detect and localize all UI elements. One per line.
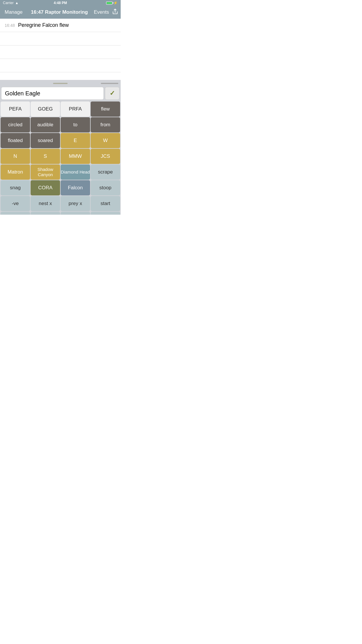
- nav-title: 16:47 Raptor Monitoring: [31, 9, 88, 15]
- log-entry-1: 16:48 Peregrine Falcon flew: [0, 19, 121, 32]
- nav-bar: Manage 16:47 Raptor Monitoring Events: [0, 6, 121, 19]
- key-mmw[interactable]: MMW: [61, 149, 90, 164]
- carrier-label: Carrier: [3, 1, 14, 5]
- status-time: 4:48 PM: [54, 1, 67, 5]
- key-start[interactable]: start: [91, 196, 120, 211]
- share-button[interactable]: [112, 8, 118, 16]
- key-flew[interactable]: flew: [91, 102, 120, 117]
- key-diamond-head[interactable]: Diamond Head: [61, 164, 90, 180]
- drag-handle: [53, 83, 68, 84]
- status-left: Carrier ▲︎: [3, 1, 19, 5]
- key-jcs[interactable]: JCS: [91, 149, 120, 164]
- blank-line-1: [0, 32, 121, 46]
- key-prey-x[interactable]: prey x: [61, 196, 90, 211]
- key-falcon[interactable]: Falcon: [61, 180, 90, 195]
- key-snag[interactable]: snag: [1, 180, 30, 195]
- key-scrape[interactable]: scrape: [91, 164, 120, 180]
- key-soared[interactable]: soared: [31, 133, 60, 148]
- input-row: ✓: [0, 87, 121, 102]
- key-e[interactable]: E: [61, 133, 90, 148]
- key-circled[interactable]: circled: [1, 117, 30, 132]
- key-empty-1: [61, 212, 90, 215]
- key-pefa[interactable]: PEFA: [1, 102, 30, 117]
- nav-right: Events: [94, 8, 118, 16]
- log-time-1: 16:48: [5, 23, 16, 28]
- key-from[interactable]: from: [91, 117, 120, 132]
- key-empty-2: [91, 212, 120, 215]
- blank-line-2: [0, 46, 121, 59]
- keyboard-panel: ✓ PEFA GOEG PRFA flew circled audible to…: [0, 80, 121, 215]
- events-button[interactable]: Events: [94, 9, 109, 15]
- battery-fill: [107, 2, 112, 4]
- key-n[interactable]: N: [1, 149, 30, 164]
- log-text-1: Peregrine Falcon flew: [18, 22, 69, 28]
- battery-icon: [106, 1, 113, 5]
- confirm-button[interactable]: ✓: [105, 87, 120, 100]
- key-tuvu[interactable]: TUVU: [31, 212, 60, 215]
- text-input[interactable]: [1, 87, 104, 100]
- key-floated[interactable]: floated: [1, 133, 30, 148]
- key-stoop[interactable]: stoop: [91, 180, 120, 195]
- wifi-icon: ▲︎: [15, 1, 19, 5]
- key-grid: PEFA GOEG PRFA flew circled audible to f…: [0, 102, 121, 215]
- key-cora[interactable]: CORA: [31, 180, 60, 195]
- key-prfa[interactable]: PRFA: [61, 102, 90, 117]
- blank-line-4: [0, 72, 121, 80]
- key-w[interactable]: W: [91, 133, 120, 148]
- key-audible[interactable]: audible: [31, 117, 60, 132]
- key-goeg[interactable]: GOEG: [31, 102, 60, 117]
- key-negative[interactable]: -ve: [1, 196, 30, 211]
- manage-button[interactable]: Manage: [2, 7, 25, 18]
- status-right: ⚡: [106, 1, 118, 5]
- bolt-icon: ⚡: [113, 1, 118, 5]
- key-end[interactable]: end: [1, 212, 30, 215]
- drag-handle-area: [0, 80, 121, 87]
- status-bar: Carrier ▲︎ 4:48 PM ⚡: [0, 0, 121, 6]
- key-s[interactable]: S: [31, 149, 60, 164]
- blank-line-3: [0, 59, 121, 72]
- key-to[interactable]: to: [61, 117, 90, 132]
- main-content: 16:48 Peregrine Falcon flew: [0, 19, 121, 80]
- key-matron[interactable]: Matron: [1, 164, 30, 180]
- key-shadow-canyon[interactable]: Shadow Canyon: [31, 164, 60, 180]
- key-nest-x[interactable]: nest x: [31, 196, 60, 211]
- drag-handle-right: [101, 83, 118, 84]
